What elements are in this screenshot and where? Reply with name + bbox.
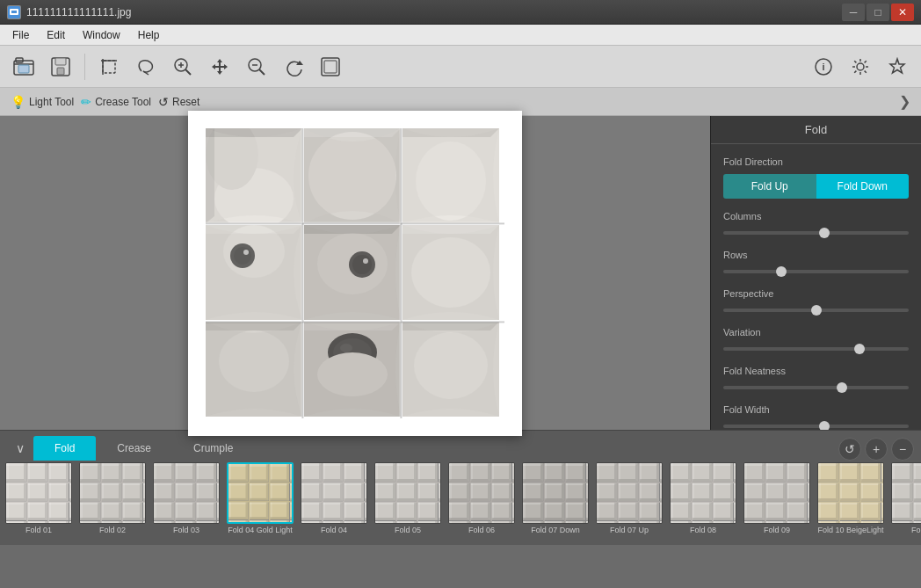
open-button[interactable] xyxy=(7,50,40,83)
sliders-container: ColumnsRowsPerspectiveVariationFold Neat… xyxy=(723,211,909,430)
thumbnail-item[interactable]: Fold 04 Gold Light xyxy=(225,462,295,543)
frame-button[interactable] xyxy=(314,50,347,83)
thumbnail-label: Fold 07 Down xyxy=(531,526,580,535)
crop-button[interactable] xyxy=(92,50,126,83)
slider-fold_width[interactable] xyxy=(723,425,909,428)
svg-rect-22 xyxy=(324,61,337,73)
svg-rect-111 xyxy=(154,463,219,523)
move-button[interactable] xyxy=(203,50,236,83)
svg-rect-8 xyxy=(57,68,64,75)
thumbnail-item[interactable]: Fold 10 xyxy=(889,462,921,543)
minimize-button[interactable]: ─ xyxy=(842,4,865,21)
tab-remove-icon[interactable]: − xyxy=(891,438,914,461)
thumbnail-item[interactable]: Fold 04 xyxy=(299,462,369,543)
thumbnail-image xyxy=(374,462,441,524)
reset-item[interactable]: ↺ Reset xyxy=(158,95,199,109)
title-bar-controls: ─ □ ✕ xyxy=(842,4,914,21)
svg-rect-181 xyxy=(671,463,736,523)
thumbnail-item[interactable]: Fold 03 xyxy=(151,462,221,543)
svg-rect-161 xyxy=(523,463,588,523)
slider-variation-label: Variation xyxy=(723,327,909,338)
fold-down-button[interactable]: Fold Down xyxy=(816,174,910,199)
thumbnail-label: Fold 03 xyxy=(173,526,199,535)
svg-rect-171 xyxy=(597,463,662,523)
slider-columns[interactable] xyxy=(723,231,909,235)
info-button[interactable]: i xyxy=(807,50,840,83)
thumbnail-item[interactable]: Fold 07 Down xyxy=(520,462,591,543)
svg-point-25 xyxy=(857,63,864,70)
menu-bar: File Edit Window Help xyxy=(0,25,921,46)
thumbnail-item[interactable]: Fold 10 BeigeLight xyxy=(816,462,886,543)
slider-perspective-row: Perspective xyxy=(723,288,909,315)
thumbnail-image xyxy=(817,462,884,524)
thumbnail-item[interactable]: Fold 06 xyxy=(446,462,517,543)
slider-fold_neatness-label: Fold Neatness xyxy=(723,366,909,376)
thumbnail-image xyxy=(670,462,736,524)
rotate-button[interactable] xyxy=(277,50,310,83)
svg-rect-101 xyxy=(80,463,145,523)
thumbnail-image xyxy=(153,462,220,524)
thumbnail-image xyxy=(448,462,515,524)
thumbnail-label: Fold 06 xyxy=(468,526,495,535)
tab-add-icon[interactable]: + xyxy=(865,438,888,461)
thumbnail-label: Fold 04 xyxy=(321,526,347,535)
toolbar: i xyxy=(0,46,921,88)
thumbnail-image xyxy=(227,462,294,524)
slider-variation[interactable] xyxy=(723,347,909,351)
menu-file[interactable]: File xyxy=(4,27,38,43)
panel-content: Fold Direction Fold Up Fold Down Columns… xyxy=(711,144,921,430)
crease-tool-item[interactable]: ✏ Crease Tool xyxy=(81,95,151,109)
tab-expand-button[interactable]: ∨ xyxy=(7,436,33,461)
thumbnail-label: Fold 10 xyxy=(911,526,921,535)
tab-fold[interactable]: Fold xyxy=(33,436,96,461)
slider-perspective-label: Perspective xyxy=(723,288,909,299)
thumbnail-item[interactable]: Fold 01 xyxy=(4,462,74,543)
thumbnail-item[interactable]: Fold 05 xyxy=(373,462,443,543)
svg-line-14 xyxy=(185,69,191,75)
thumbnail-label: Fold 08 xyxy=(690,526,716,535)
crease-icon: ✏ xyxy=(81,95,91,109)
slider-rows[interactable] xyxy=(723,270,909,273)
settings-button[interactable] xyxy=(844,50,877,83)
thumbnail-item[interactable]: Fold 08 xyxy=(668,462,738,543)
tab-reset-icon[interactable]: ↺ xyxy=(838,438,861,461)
slider-fold_width-row: Fold Width xyxy=(723,404,909,430)
menu-help[interactable]: Help xyxy=(129,27,169,43)
right-panel: Fold Fold Direction Fold Up Fold Down Co… xyxy=(710,116,921,430)
lasso-button[interactable] xyxy=(129,50,163,83)
svg-marker-40 xyxy=(206,128,214,223)
thumbnail-label: Fold 09 xyxy=(764,526,790,535)
svg-rect-211 xyxy=(892,463,921,523)
slider-fold_neatness-row: Fold Neatness xyxy=(723,366,909,392)
zoom-in-button[interactable] xyxy=(166,50,199,83)
svg-text:i: i xyxy=(822,62,824,72)
thumbnail-item[interactable]: Fold 02 xyxy=(77,462,148,543)
svg-line-18 xyxy=(259,69,265,75)
thumbnail-image xyxy=(743,462,810,524)
thumbnail-item[interactable]: Fold 07 Up xyxy=(594,462,664,543)
maximize-button[interactable]: □ xyxy=(867,4,889,21)
menu-edit[interactable]: Edit xyxy=(38,27,74,43)
slider-fold_neatness[interactable] xyxy=(723,386,909,389)
svg-rect-91 xyxy=(6,463,71,523)
save-button[interactable] xyxy=(44,50,77,83)
svg-marker-52 xyxy=(206,225,302,234)
title-bar: 111111111111111.jpg ─ □ ✕ xyxy=(0,0,921,25)
slider-perspective[interactable] xyxy=(723,309,909,312)
fold-up-button[interactable]: Fold Up xyxy=(723,174,816,199)
svg-rect-151 xyxy=(449,463,514,523)
reset-icon: ↺ xyxy=(158,95,169,109)
tab-crumple[interactable]: Crumple xyxy=(172,436,254,461)
thumbnail-image xyxy=(522,462,589,524)
zoom-out-button[interactable] xyxy=(240,50,273,83)
tab-crease[interactable]: Crease xyxy=(96,436,172,461)
svg-marker-46 xyxy=(402,128,499,137)
menu-window[interactable]: Window xyxy=(74,27,129,43)
toolbar-separator-1 xyxy=(84,54,85,80)
svg-rect-9 xyxy=(103,61,115,73)
close-button[interactable]: ✕ xyxy=(891,4,914,21)
light-tool-item[interactable]: 💡 Light Tool xyxy=(11,95,74,109)
thumbnail-item[interactable]: Fold 09 xyxy=(742,462,812,543)
effects-button[interactable] xyxy=(881,50,914,83)
secondary-toolbar-arrow[interactable]: ❯ xyxy=(899,93,910,110)
